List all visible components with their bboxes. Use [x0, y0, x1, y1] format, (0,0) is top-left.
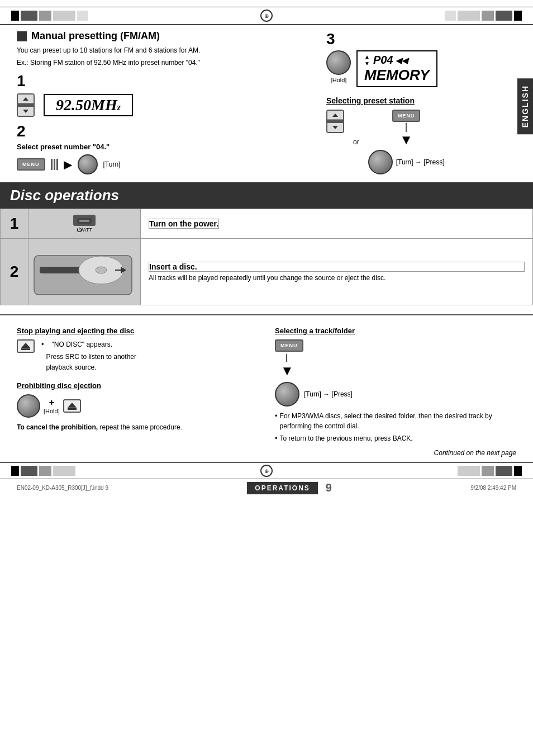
up-arrow-btn: [18, 94, 34, 103]
compass-center: ⊕: [92, 10, 441, 22]
track-bullet2: To return to the previous menu, press BA…: [280, 433, 413, 443]
bbar-block-8: [514, 466, 522, 476]
eject-btn-prohibit[interactable]: [63, 399, 81, 413]
eject-btn[interactable]: [17, 339, 35, 353]
updown-control: [17, 93, 35, 117]
preset-row: or MENU ▼ [Turn] → [Press]: [326, 110, 516, 174]
bar-block-5: [77, 11, 88, 21]
knob-preset: [368, 150, 393, 174]
stop-bullet1: "NO DISC" appears.: [52, 339, 113, 350]
bottom-bar: ⊕: [0, 462, 533, 479]
svg-marker-12: [21, 343, 30, 348]
arr-up: ▲: [364, 54, 370, 60]
left-column: Manual presetting (FM/AM) You can preset…: [17, 30, 315, 174]
bbar-block-3: [39, 466, 51, 476]
bbar-block-1: [11, 466, 19, 476]
bbar-block-5: [458, 466, 480, 476]
track-bullet2-row: • To return to the previous menu, press …: [275, 433, 516, 443]
right-column: 3 [Hold] ▲ ▼ P04 ◀◀: [326, 30, 516, 174]
knob-step3: [326, 50, 351, 75]
freq-value: 92.50MH: [56, 96, 117, 114]
file-info: EN02-09_KD-A305_R300[J]_f.indd 9: [17, 485, 108, 491]
step3-knob-col: [Hold]: [326, 50, 351, 83]
svg-marker-1: [23, 110, 28, 113]
bar-block-1: [11, 11, 19, 21]
knob-step2: [78, 154, 98, 174]
step3-inner: [Hold] ▲ ▼ P04 ◀◀ MEMORY: [326, 50, 516, 87]
plus-hold-col: + [Hold]: [44, 398, 60, 414]
plus-sign: +: [49, 398, 54, 408]
bullet1-row: • "NO DISC" appears.: [41, 339, 136, 350]
stop-playing-row: • "NO DISC" appears. • Press SRC to list…: [17, 339, 258, 374]
ops-row-1: 1 ⏻/ATT Turn on the power.: [1, 209, 533, 239]
bullet2-row: • Press SRC to listen to another: [41, 352, 136, 362]
prohibiting-title: Prohibiting disc ejection: [17, 381, 258, 390]
preset-updown: [326, 110, 344, 133]
bottom-section: Stop playing and ejecting the disc • "NO…: [0, 321, 533, 449]
track-bullet1: For MP3/WMA discs, select the desired fo…: [280, 411, 516, 431]
track-down-line: [286, 354, 287, 362]
disc-ops-wrapper: Disc operations 1 ⏻/ATT Turn on the po: [0, 182, 533, 305]
step1-controls: 92.50MHz: [17, 93, 315, 117]
ops-icon-1: ⏻/ATT: [28, 209, 141, 239]
svg-marker-0: [23, 97, 28, 101]
bar-block-7: [458, 11, 480, 21]
svg-marker-3: [332, 126, 338, 129]
knob-prohibit: [17, 394, 40, 418]
bottom-left: Stop playing and ejecting the disc • "NO…: [17, 327, 258, 443]
bar-block-4: [53, 11, 75, 21]
power-btn-illustration: ⏻/ATT: [36, 215, 132, 233]
selecting-track-title: Selecting a track/folder: [275, 327, 516, 335]
ops-icon-2: [28, 239, 141, 305]
page-number: 9: [326, 481, 332, 494]
english-tab: ENGLISH: [517, 78, 533, 134]
disc-ops-header: Disc operations: [0, 182, 533, 209]
main-content: Manual presetting (FM/AM) You can preset…: [0, 25, 533, 174]
memory-line2: MEMORY: [364, 67, 430, 84]
bbar-block-2: [21, 466, 37, 476]
knob-track: [275, 382, 299, 407]
step2-num: 2: [17, 122, 315, 140]
turn-press-track: [Turn] → [Press]: [304, 390, 353, 398]
bar-block-9: [496, 11, 512, 21]
bottom-bar-center: ⊕: [79, 465, 454, 477]
preset-up: [327, 111, 343, 120]
bottom-bar-right-blocks: [458, 466, 522, 476]
disc-ops-table: 1 ⏻/ATT Turn on the power. 2: [0, 209, 533, 305]
bullet-dot-1: •: [41, 340, 44, 348]
turn-label-step2: [Turn]: [103, 160, 121, 168]
turn-press-label: [Turn] → [Press]: [396, 158, 445, 166]
line3: [56, 159, 58, 170]
selecting-preset-section: Selecting preset station or MENU: [326, 96, 516, 174]
menu-btn-step2[interactable]: MENU: [17, 158, 45, 171]
hold-label-step3: [Hold]: [331, 77, 347, 83]
right-blocks: [445, 11, 522, 21]
line2: [54, 159, 55, 170]
arrow-lines: [51, 159, 58, 170]
power-att-label: ⏻/ATT: [77, 227, 92, 233]
track-bullet-dot-1: •: [275, 412, 278, 420]
ops-row-2: 2 Insert a disc. All track: [1, 239, 533, 305]
menu-btn-track[interactable]: MENU: [275, 339, 303, 352]
stop-playing-title: Stop playing and ejecting the disc: [17, 327, 258, 335]
cancel-rest: repeat the same procedure.: [99, 423, 182, 431]
prohibit-row: + [Hold]: [17, 394, 258, 418]
stop-bullet2-line1: Press SRC to listen to another: [46, 352, 136, 362]
ops-num-1: 1: [1, 209, 28, 239]
menu-btn-preset[interactable]: MENU: [392, 110, 421, 122]
arr-dn: ▼: [364, 61, 370, 67]
svg-rect-15: [68, 408, 77, 410]
stop-bullet2-line2: playback source.: [46, 362, 97, 373]
step2-row: MENU ▶ [Turn]: [17, 154, 315, 174]
bbar-block-6: [482, 466, 494, 476]
selecting-track-controls: MENU ▼ [Turn] → [Press]: [275, 339, 516, 407]
svg-rect-5: [79, 220, 89, 222]
disc-insert-svg: [28, 239, 140, 303]
memory-display: ▲ ▼ P04 ◀◀ MEMORY: [356, 50, 437, 87]
bar-block-8: [482, 11, 494, 21]
svg-rect-13: [21, 348, 30, 350]
footer-right: OPERATIONS 9: [247, 481, 332, 494]
arrow-right-step2: ▶: [64, 158, 72, 171]
bar-block-3: [39, 11, 51, 21]
step3-container: 3 [Hold] ▲ ▼ P04 ◀◀: [326, 30, 516, 87]
